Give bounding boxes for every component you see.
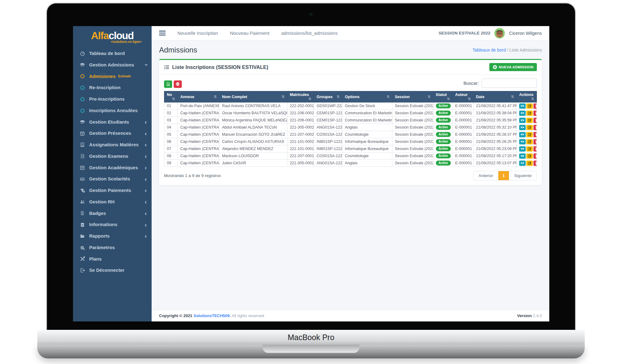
- cell-date: 21/08/2022 05:23:09 PM: [473, 145, 517, 152]
- status-badge: Active: [436, 139, 451, 144]
- company-link[interactable]: SolutionsTECH509.: [194, 313, 231, 318]
- edit-button[interactable]: [526, 132, 533, 137]
- edit-button[interactable]: [526, 111, 533, 116]
- pagination-page-1[interactable]: 1: [498, 171, 509, 180]
- sidebar-item-gestion-scolarit-s[interactable]: $Gestion Scolarités‹: [73, 173, 152, 185]
- cell-statut: Active: [433, 152, 452, 160]
- delete-button[interactable]: [533, 103, 537, 109]
- sidebar-menu: Tableau de bordGestion Admissions‹Admisi…: [73, 45, 152, 278]
- cell-actions: [517, 160, 537, 167]
- sidebar-item-informations[interactable]: WInformations‹: [73, 219, 152, 230]
- column-header-auteur[interactable]: Auteur⇅: [452, 91, 473, 102]
- breadcrumb-dashboard-link[interactable]: Tableaux de bord: [473, 48, 506, 52]
- edit-button[interactable]: [526, 125, 533, 130]
- sidebar-item-par-metros[interactable]: Parámetros: [73, 242, 152, 253]
- delete-button[interactable]: [533, 153, 537, 159]
- column-header-options[interactable]: Options⇅: [342, 91, 392, 102]
- column-header-session[interactable]: Session⇅: [392, 91, 433, 102]
- cell-session: Session Estivale (2022): [392, 145, 433, 152]
- column-header-matricules[interactable]: Matricules⇅: [287, 91, 314, 102]
- view-button[interactable]: [519, 132, 526, 137]
- column-header-actions[interactable]: Actions⇅: [517, 91, 537, 102]
- sidebar-item-badges[interactable]: Badges‹: [73, 208, 152, 219]
- cell-no: 07: [164, 145, 178, 152]
- cell-nom: Abdul Amibael ALDANA TECúN: [219, 124, 287, 131]
- sidebar-item-gestion-acad-miques[interactable]: Gestion Académiques‹: [73, 162, 152, 174]
- column-header-annexe[interactable]: Annexe⇅: [178, 91, 219, 102]
- sidebar-item-assignations-mati-res[interactable]: Assignations Matières‹: [73, 139, 152, 151]
- brand-logo: Alfacloud </solutions en ligne>: [73, 26, 152, 45]
- cell-groupe: ANG01SA-1222: [314, 124, 342, 131]
- nav-link-admissions-list-admissions[interactable]: admissions/list_admissions: [281, 30, 338, 36]
- pagination-next[interactable]: Siguiente: [509, 171, 537, 180]
- delete-button[interactable]: [533, 132, 537, 137]
- sidebar-item-gestion-paiements[interactable]: $Gestion Paiements‹: [73, 185, 152, 196]
- column-header-statut[interactable]: Statut⇅: [433, 91, 452, 102]
- sidebar-item-tableau-de-bord[interactable]: Tableau de bord: [73, 48, 152, 59]
- sidebar-item-pre-inscriptions[interactable]: Pre-Inscriptions: [73, 93, 152, 105]
- table-row: 04Cap-Haitien (CENTRAL)Abdul Amibael ALD…: [164, 124, 537, 131]
- cell-statut: Active: [433, 138, 452, 145]
- view-button[interactable]: [519, 146, 526, 152]
- menu-toggle-button[interactable]: [159, 30, 166, 36]
- sidebar-item-label: Pre-Inscriptions: [89, 96, 125, 102]
- delete-button[interactable]: [533, 125, 537, 130]
- column-header-nom-complet[interactable]: Nom Complet⇅: [219, 91, 287, 102]
- cell-annexe: Cap-Haitien (CENTRAL): [178, 152, 219, 160]
- delete-button[interactable]: [533, 146, 537, 152]
- sidebar-item-re-inscription[interactable]: Re-Inscription: [73, 82, 152, 93]
- search-input[interactable]: [482, 79, 537, 88]
- print-export-button[interactable]: [174, 80, 182, 88]
- view-button[interactable]: [519, 139, 526, 144]
- delete-button[interactable]: [533, 161, 537, 166]
- edit-button[interactable]: [526, 146, 533, 152]
- edit-button[interactable]: [526, 161, 533, 166]
- edit-button[interactable]: [526, 153, 533, 159]
- nav-link-nouveau-paiement[interactable]: Nouveau Paiement: [230, 30, 270, 36]
- nav-link-nouvelle-inscription[interactable]: Nouvelle Inscription: [177, 30, 218, 36]
- view-button[interactable]: [519, 111, 526, 116]
- delete-button[interactable]: [533, 111, 537, 116]
- cell-option: Communication Et Marketing: [342, 110, 392, 117]
- delete-button[interactable]: [533, 139, 537, 144]
- edit-button[interactable]: [526, 103, 533, 109]
- user-name[interactable]: Ciceron Wilgens: [509, 31, 542, 36]
- sort-icon: ⇅: [387, 95, 390, 99]
- delete-button[interactable]: [533, 118, 537, 123]
- cell-actions: [517, 138, 537, 145]
- excel-export-button[interactable]: [164, 80, 172, 88]
- edit-button[interactable]: [526, 139, 533, 144]
- cell-date: 21/08/2022 05:32:10 PM: [473, 124, 517, 131]
- sidebar-item-gestion-rh[interactable]: Gestion RH‹: [73, 196, 152, 208]
- sidebar-item-gestion-pr-sences[interactable]: Gestion Présences‹: [73, 128, 152, 139]
- cell-actions: [517, 110, 537, 117]
- view-button[interactable]: [519, 125, 526, 130]
- sidebar-item-gestion-admissions[interactable]: Gestion Admissions‹: [73, 59, 152, 71]
- sidebar-item-label: Admisiones: [89, 74, 116, 80]
- table-row: 02Cap-Haitien (CENTRAL)Oscar Humberto BA…: [164, 110, 537, 117]
- sidebar-item-gestion-etudiants[interactable]: Gestion Etudiants‹: [73, 116, 152, 128]
- breadcrumb-separator: /: [507, 48, 508, 52]
- sidebar-item-se-d-connecter[interactable]: Se Déconnecter: [73, 265, 152, 276]
- sidebar-item-rapports[interactable]: Rapports‹: [73, 230, 152, 242]
- sidebar-item-inscriptions-annul-es[interactable]: Inscriptions Annulées: [73, 105, 152, 116]
- column-header-no[interactable]: No⇅: [164, 91, 178, 102]
- column-header-groupes[interactable]: Groupes⇅: [314, 91, 342, 102]
- view-button[interactable]: [519, 153, 526, 159]
- edit-button[interactable]: [526, 118, 533, 123]
- table-footer: Mostrando 1 a 9 de 9 registros Anterior …: [164, 171, 537, 180]
- pagination-prev[interactable]: Anterior: [473, 171, 498, 180]
- sidebar-item-plans[interactable]: Plans: [73, 253, 152, 265]
- column-header-date[interactable]: Date⇅: [473, 91, 517, 102]
- new-admission-button[interactable]: NUEVA ADMISSION: [489, 63, 537, 71]
- sidebar-item-admisiones[interactable]: AdmisionesEstivale: [73, 71, 152, 82]
- avatar[interactable]: [494, 28, 505, 39]
- view-button[interactable]: [519, 103, 526, 109]
- cell-date: 21/08/2022 05:28:37 PM: [473, 131, 517, 138]
- sidebar-item-gestion-examens[interactable]: Gestion Examens‹: [73, 151, 152, 162]
- view-button[interactable]: [519, 118, 526, 123]
- id-badge-icon: [79, 211, 85, 216]
- cell-statut: Active: [433, 145, 452, 152]
- view-button[interactable]: [519, 161, 526, 166]
- card-title: Liste Inscriptions (SESSION ESTIVALE): [164, 64, 268, 70]
